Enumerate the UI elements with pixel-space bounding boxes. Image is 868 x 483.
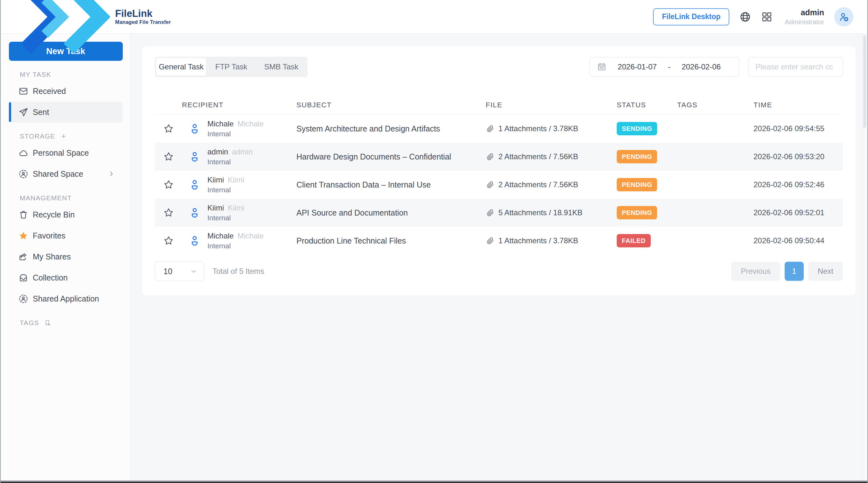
- row-time: 2026-02-06 09:50:44: [753, 236, 843, 245]
- tab-smb-task[interactable]: SMB Task: [256, 58, 306, 76]
- sidebar-item-favorites[interactable]: Favorites: [9, 225, 122, 246]
- file-info: 1 Attachments / 3.78KB: [498, 236, 578, 245]
- sidebar-section-my-task: MY TASK: [20, 70, 130, 79]
- chevron-down-icon: [190, 267, 197, 275]
- pagination: 10 Total of 5 Items Previous 1 Next: [155, 261, 843, 281]
- window-scrollbar[interactable]: [862, 34, 867, 480]
- row-subject[interactable]: Client Transaction Data – Internal Use: [297, 180, 486, 190]
- page-size-select[interactable]: 10: [155, 261, 204, 281]
- recipient-avatar-icon: [188, 234, 201, 247]
- user-avatar[interactable]: [834, 7, 854, 26]
- favorite-star-icon[interactable]: [163, 235, 174, 246]
- person-dashed-circle-icon: [19, 294, 28, 304]
- column-header-subject: SUBJECT: [297, 101, 486, 109]
- sidebar-item-received[interactable]: Received: [9, 81, 122, 102]
- sidebar-section-tags: TAGS: [20, 319, 130, 327]
- sidebar-item-label: Favorites: [33, 231, 65, 240]
- sidebar-item-sent[interactable]: Sent: [9, 102, 122, 122]
- row-time: 2026-02-06 09:54:55: [753, 124, 843, 133]
- recipient-alias: Kiimi: [228, 203, 244, 212]
- star-filled-icon: [19, 231, 28, 241]
- file-info: 2 Attachments / 7.56KB: [498, 152, 578, 161]
- paperclip-icon: [486, 180, 495, 189]
- recipient-name: Michale: [207, 231, 234, 240]
- sidebar-item-collection[interactable]: Collection: [9, 267, 122, 288]
- recipient-type: Internal: [207, 158, 297, 166]
- favorite-star-icon[interactable]: [163, 151, 174, 162]
- sidebar-item-label: Recycle Bin: [33, 210, 75, 219]
- active-indicator: [9, 102, 11, 122]
- previous-page-button[interactable]: Previous: [731, 262, 780, 281]
- paperclip-icon: [486, 236, 495, 245]
- column-header-time: TIME: [753, 101, 843, 109]
- table-header: RECIPIENT SUBJECT FILE STATUS TAGS TIME: [155, 95, 843, 115]
- date-range-picker[interactable]: 2026-01-07 - 2026-02-06: [590, 57, 739, 77]
- favorite-star-icon[interactable]: [163, 123, 174, 134]
- sidebar-nav: MY TASKReceivedSentSTORAGEPersonal Space…: [1, 70, 130, 327]
- sidebar-section-label: MY TASK: [20, 71, 51, 78]
- sidebar-item-recycle-bin[interactable]: Recycle Bin: [9, 204, 122, 225]
- filelink-logo-icon: [14, 0, 110, 58]
- row-subject[interactable]: Hardware Design Documents – Confidential: [297, 152, 486, 162]
- sidebar-item-shared-space[interactable]: Shared Space: [9, 163, 122, 184]
- recipient-alias: Kiimi: [228, 175, 244, 184]
- collection-icon: [19, 273, 28, 283]
- person-dashed-circle-icon: [19, 169, 28, 179]
- date-start[interactable]: 2026-01-07: [607, 62, 668, 71]
- row-subject[interactable]: System Architecture and Design Artifacts: [297, 124, 486, 134]
- sidebar-item-shared-application[interactable]: Shared Application: [9, 288, 122, 309]
- status-badge: FAILED: [617, 234, 651, 247]
- app-header: FileLink Managed File Transfer FileLink …: [1, 0, 867, 34]
- paperclip-icon: [486, 124, 495, 133]
- sidebar-item-my-shares[interactable]: My Shares: [9, 246, 122, 267]
- row-subject[interactable]: Production Line Technical Files: [297, 236, 486, 246]
- brand-logo: FileLink Managed File Transfer: [14, 0, 171, 58]
- favorite-star-icon[interactable]: [163, 207, 174, 218]
- table-row[interactable]: Michale Michale Internal System Architec…: [155, 115, 843, 143]
- sidebar-section-storage: STORAGE: [20, 132, 130, 140]
- bookmark-plus-icon[interactable]: [44, 319, 51, 326]
- sidebar-section-management: MANAGEMENT: [20, 194, 130, 202]
- filelink-desktop-button[interactable]: FileLink Desktop: [653, 8, 729, 26]
- task-list-card: General TaskFTP TaskSMB Task 2026-01-07 …: [142, 47, 856, 295]
- envelope-icon: [19, 86, 28, 96]
- page-size-value: 10: [163, 267, 173, 276]
- app-window: FileLink Managed File Transfer FileLink …: [0, 0, 868, 483]
- row-subject[interactable]: API Source and Documentation: [297, 208, 486, 218]
- status-badge: PENDING: [617, 178, 657, 191]
- recipient-avatar-icon: [188, 178, 201, 191]
- share-icon: [19, 252, 28, 262]
- sidebar-item-personal-space[interactable]: Personal Space: [9, 142, 122, 163]
- tab-general-task[interactable]: General Task: [156, 58, 206, 76]
- status-badge: PENDING: [617, 150, 657, 163]
- chevron-right-icon: [108, 170, 115, 177]
- tab-ftp-task[interactable]: FTP Task: [206, 58, 256, 76]
- user-meta: admin Administrator: [785, 8, 824, 26]
- trash-icon: [19, 210, 28, 220]
- favorite-star-icon[interactable]: [163, 179, 174, 190]
- paper-plane-icon: [19, 107, 28, 117]
- table-row[interactable]: Kiimi Kiimi Internal API Source and Docu…: [155, 199, 843, 227]
- table-row[interactable]: Kiimi Kiimi Internal Client Transaction …: [155, 171, 843, 199]
- status-badge: PENDING: [617, 206, 657, 219]
- recipient-alias: admin: [232, 147, 252, 156]
- table-row[interactable]: Michale Michale Internal Production Line…: [155, 227, 843, 255]
- recipient-avatar-icon: [188, 206, 201, 219]
- plus-icon[interactable]: [60, 133, 67, 140]
- next-page-button[interactable]: Next: [808, 262, 843, 281]
- sidebar-item-label: Sent: [33, 108, 49, 117]
- column-header-tags: TAGS: [677, 101, 753, 109]
- brand-name: FileLink: [115, 8, 171, 19]
- recipient-name: Kiimi: [207, 203, 224, 212]
- scrollbar-thumb[interactable]: [863, 35, 866, 128]
- file-info: 1 Attachments / 3.78KB: [498, 124, 578, 133]
- app-grid-icon[interactable]: [761, 11, 773, 23]
- current-page-button[interactable]: 1: [785, 262, 804, 281]
- globe-icon[interactable]: [740, 11, 751, 23]
- table-row[interactable]: admin admin Internal Hardware Design Doc…: [155, 143, 843, 171]
- total-items-label: Total of 5 Items: [213, 267, 264, 276]
- date-end[interactable]: 2026-02-06: [671, 62, 732, 71]
- calendar-icon: [597, 62, 607, 72]
- date-separator: -: [668, 62, 671, 71]
- search-input[interactable]: [748, 57, 843, 77]
